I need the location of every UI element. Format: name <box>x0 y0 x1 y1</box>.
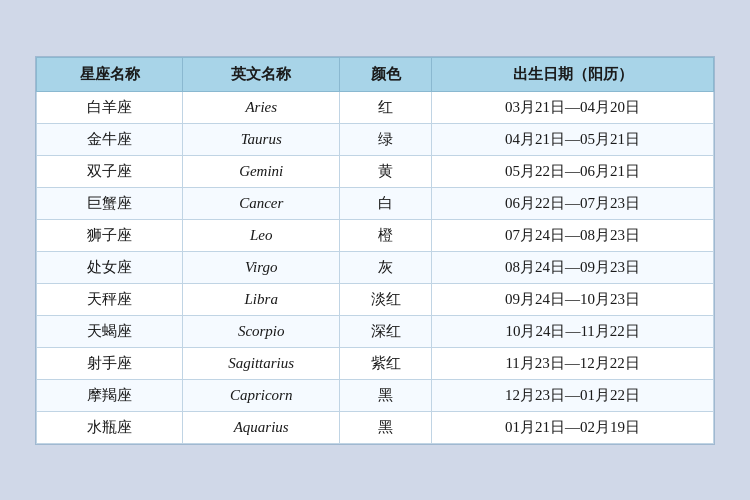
cell-zh-name: 水瓶座 <box>37 411 183 443</box>
table-row: 白羊座Aries红03月21日—04月20日 <box>37 91 714 123</box>
table-row: 金牛座Taurus绿04月21日—05月21日 <box>37 123 714 155</box>
cell-date: 04月21日—05月21日 <box>432 123 714 155</box>
cell-color: 红 <box>340 91 432 123</box>
zodiac-table-container: 星座名称 英文名称 颜色 出生日期（阳历） 白羊座Aries红03月21日—04… <box>35 56 715 445</box>
cell-en-name: Libra <box>183 283 340 315</box>
cell-color: 橙 <box>340 219 432 251</box>
cell-en-name: Sagittarius <box>183 347 340 379</box>
cell-zh-name: 金牛座 <box>37 123 183 155</box>
cell-date: 11月23日—12月22日 <box>432 347 714 379</box>
cell-en-name: Capricorn <box>183 379 340 411</box>
cell-date: 08月24日—09月23日 <box>432 251 714 283</box>
table-row: 水瓶座Aquarius黑01月21日—02月19日 <box>37 411 714 443</box>
cell-date: 07月24日—08月23日 <box>432 219 714 251</box>
table-row: 天蝎座Scorpio深红10月24日—11月22日 <box>37 315 714 347</box>
header-date: 出生日期（阳历） <box>432 57 714 91</box>
cell-en-name: Leo <box>183 219 340 251</box>
header-zh-name: 星座名称 <box>37 57 183 91</box>
cell-date: 10月24日—11月22日 <box>432 315 714 347</box>
cell-en-name: Scorpio <box>183 315 340 347</box>
cell-zh-name: 摩羯座 <box>37 379 183 411</box>
table-row: 狮子座Leo橙07月24日—08月23日 <box>37 219 714 251</box>
cell-en-name: Virgo <box>183 251 340 283</box>
cell-en-name: Aquarius <box>183 411 340 443</box>
cell-color: 绿 <box>340 123 432 155</box>
cell-en-name: Taurus <box>183 123 340 155</box>
cell-color: 白 <box>340 187 432 219</box>
cell-zh-name: 处女座 <box>37 251 183 283</box>
table-row: 天秤座Libra淡红09月24日—10月23日 <box>37 283 714 315</box>
cell-zh-name: 白羊座 <box>37 91 183 123</box>
cell-zh-name: 天秤座 <box>37 283 183 315</box>
table-row: 摩羯座Capricorn黑12月23日—01月22日 <box>37 379 714 411</box>
cell-date: 05月22日—06月21日 <box>432 155 714 187</box>
header-en-name: 英文名称 <box>183 57 340 91</box>
cell-color: 黑 <box>340 379 432 411</box>
cell-zh-name: 射手座 <box>37 347 183 379</box>
cell-color: 紫红 <box>340 347 432 379</box>
cell-date: 06月22日—07月23日 <box>432 187 714 219</box>
table-header-row: 星座名称 英文名称 颜色 出生日期（阳历） <box>37 57 714 91</box>
cell-color: 黄 <box>340 155 432 187</box>
zodiac-table: 星座名称 英文名称 颜色 出生日期（阳历） 白羊座Aries红03月21日—04… <box>36 57 714 444</box>
cell-color: 黑 <box>340 411 432 443</box>
header-color: 颜色 <box>340 57 432 91</box>
cell-zh-name: 狮子座 <box>37 219 183 251</box>
cell-color: 灰 <box>340 251 432 283</box>
table-row: 处女座Virgo灰08月24日—09月23日 <box>37 251 714 283</box>
cell-color: 淡红 <box>340 283 432 315</box>
table-row: 射手座Sagittarius紫红11月23日—12月22日 <box>37 347 714 379</box>
cell-date: 03月21日—04月20日 <box>432 91 714 123</box>
cell-en-name: Gemini <box>183 155 340 187</box>
cell-date: 12月23日—01月22日 <box>432 379 714 411</box>
cell-zh-name: 天蝎座 <box>37 315 183 347</box>
cell-color: 深红 <box>340 315 432 347</box>
cell-en-name: Cancer <box>183 187 340 219</box>
table-row: 双子座Gemini黄05月22日—06月21日 <box>37 155 714 187</box>
cell-zh-name: 双子座 <box>37 155 183 187</box>
table-row: 巨蟹座Cancer白06月22日—07月23日 <box>37 187 714 219</box>
cell-date: 01月21日—02月19日 <box>432 411 714 443</box>
cell-date: 09月24日—10月23日 <box>432 283 714 315</box>
cell-zh-name: 巨蟹座 <box>37 187 183 219</box>
cell-en-name: Aries <box>183 91 340 123</box>
